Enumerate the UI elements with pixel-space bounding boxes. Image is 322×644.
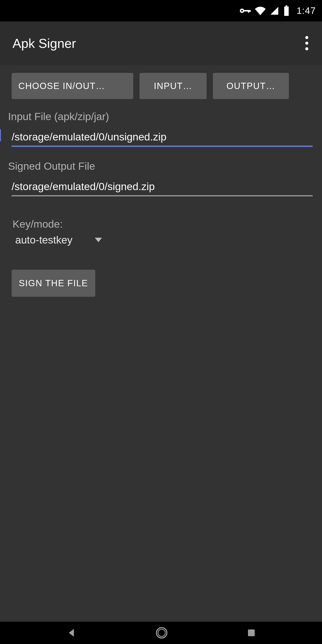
- svg-rect-6: [286, 5, 287, 7]
- more-vert-icon: [305, 36, 308, 50]
- output-button[interactable]: OUTPUT…: [213, 73, 289, 99]
- nav-recents-button[interactable]: [247, 628, 256, 637]
- svg-point-8: [305, 42, 308, 45]
- dropdown-arrow-icon: [95, 238, 102, 242]
- svg-rect-4: [250, 10, 251, 12]
- keymode-selected-value: auto-testkey: [15, 234, 72, 246]
- svg-rect-3: [248, 10, 249, 13]
- home-circle-icon: [156, 626, 168, 639]
- android-status-bar: 1:47: [0, 0, 322, 22]
- nav-back-button[interactable]: [66, 628, 76, 638]
- svg-rect-5: [284, 6, 289, 16]
- overflow-menu-button[interactable]: [300, 34, 314, 52]
- input-file-label: Input File (apk/zip/jar): [0, 110, 322, 122]
- status-clock: 1:47: [296, 5, 316, 16]
- input-file-field[interactable]: [12, 129, 312, 147]
- keymode-label: Key/mode:: [12, 218, 322, 230]
- keymode-spinner[interactable]: auto-testkey: [12, 232, 322, 247]
- svg-rect-12: [248, 630, 255, 636]
- svg-point-1: [241, 10, 243, 12]
- app-title: Apk Signer: [12, 36, 76, 51]
- input-file-field-wrap: [0, 129, 322, 147]
- android-nav-bar: [0, 622, 322, 644]
- input-button[interactable]: INPUT…: [140, 73, 206, 99]
- recents-square-icon: [247, 628, 256, 637]
- svg-point-9: [305, 47, 308, 50]
- output-file-field-wrap: [0, 178, 322, 196]
- choose-in-out-button[interactable]: CHOOSE IN/OUT…: [12, 73, 133, 99]
- svg-point-7: [305, 36, 308, 39]
- battery-icon: [283, 5, 290, 16]
- svg-point-11: [158, 629, 166, 636]
- output-file-field[interactable]: [12, 178, 312, 196]
- file-chooser-button-row: CHOOSE IN/OUT… INPUT… OUTPUT…: [0, 73, 322, 99]
- text-cursor: [0, 129, 1, 141]
- cell-signal-icon: [270, 6, 279, 16]
- output-file-label: Signed Output File: [0, 160, 322, 172]
- wifi-icon: [255, 5, 266, 16]
- back-triangle-icon: [66, 628, 76, 638]
- nav-home-button[interactable]: [156, 626, 168, 639]
- sign-file-button[interactable]: SIGN THE FILE: [12, 270, 95, 297]
- action-bar: Apk Signer: [0, 22, 322, 65]
- keymode-block: Key/mode: auto-testkey: [0, 209, 322, 247]
- main-content: CHOOSE IN/OUT… INPUT… OUTPUT… Input File…: [0, 65, 322, 622]
- vpn-key-icon: [238, 4, 251, 17]
